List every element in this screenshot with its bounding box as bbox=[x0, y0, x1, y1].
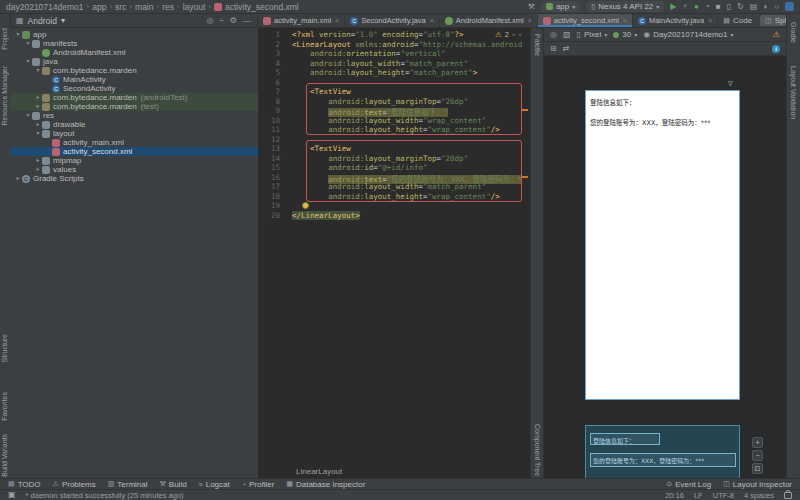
problems-button[interactable]: ⚠Problems bbox=[53, 480, 96, 489]
close-icon[interactable]: × bbox=[335, 17, 339, 24]
wrench-icon[interactable]: ⚒ bbox=[528, 2, 535, 12]
blueprint-textview-2[interactable]: 您的登陆账号为：XXX，登陆密码为：*** bbox=[590, 453, 736, 467]
hide-panel-icon[interactable]: — bbox=[243, 16, 251, 26]
tree-item-activity_second.xml[interactable]: activity_second.xml bbox=[10, 147, 258, 156]
notifications-icon[interactable]: ◗ bbox=[763, 2, 768, 12]
breadcrumb-linearlayout[interactable]: LinearLayout bbox=[296, 467, 342, 476]
design-canvas[interactable]: 登陆信息如下： 您的登陆账号为：XXX，登陆密码为：*** bbox=[585, 90, 740, 400]
tool-strip-gradle[interactable]: Gradle bbox=[790, 22, 797, 43]
breadcrumb-item[interactable]: activity_second.xml bbox=[225, 2, 299, 12]
tree-item-com.bytedance.marden[interactable]: ▸com.bytedance.marden(androidTest) bbox=[10, 93, 258, 102]
mode-code[interactable]: ▤Code bbox=[718, 15, 757, 26]
chevron-right-icon[interactable]: ▸ bbox=[34, 93, 42, 102]
theme-selector[interactable]: ◉ Day20210714demo1▾ bbox=[643, 30, 733, 39]
palette-tab[interactable]: Palette bbox=[534, 34, 541, 56]
view-options-icon[interactable]: ⊞ bbox=[550, 44, 557, 53]
device-selector-main[interactable]: ▯Nexus 4 API 22▾ bbox=[586, 1, 664, 12]
tree-item-mipmap[interactable]: ▸mipmap bbox=[10, 156, 258, 165]
tree-item-drawable[interactable]: ▸drawable bbox=[10, 120, 258, 129]
project-view-selector[interactable]: Android bbox=[28, 16, 57, 26]
tool-strip-layout-validation[interactable]: Layout Validation bbox=[790, 66, 797, 119]
tree-item-app[interactable]: ▾app bbox=[10, 30, 258, 39]
chevron-right-icon[interactable]: ▸ bbox=[34, 102, 42, 111]
tool-strip-resource-manager[interactable]: Resource Manager bbox=[1, 66, 8, 126]
layout-inspector-button[interactable]: ◫Layout Inspector bbox=[723, 480, 792, 489]
zoom-in-button[interactable]: + bbox=[752, 437, 763, 448]
sync-project-icon[interactable]: ↻ bbox=[737, 2, 744, 12]
code-line-16[interactable]: android:text="您的登陆账号为：XXX，登陆密码为：***" bbox=[292, 173, 522, 183]
code-line-5[interactable]: android:layout_height="match_parent"> bbox=[292, 68, 522, 78]
tab-activity_second.xml[interactable]: activity_second.xml× bbox=[538, 14, 633, 27]
tree-item-MainActivity[interactable]: CMainActivity bbox=[10, 75, 258, 84]
tree-item-values[interactable]: ▸values bbox=[10, 165, 258, 174]
breadcrumb-item[interactable]: day20210714demo1 bbox=[6, 2, 84, 12]
prev-warning-icon[interactable]: ˄ bbox=[512, 32, 516, 38]
run-button[interactable]: ▶ bbox=[670, 2, 676, 12]
paint-theme-icon[interactable]: ▨ bbox=[563, 30, 571, 39]
tree-item-SecondActivity[interactable]: CSecondActivity bbox=[10, 84, 258, 93]
tab-activity_main.xml[interactable]: activity_main.xml× bbox=[258, 14, 345, 27]
close-icon[interactable]: × bbox=[623, 17, 627, 24]
tab-SecondActivity.java[interactable]: CSecondActivity.java× bbox=[345, 14, 440, 27]
pan-icon[interactable]: ⇄ bbox=[563, 44, 570, 53]
device-manager-icon[interactable]: ▯ bbox=[727, 2, 731, 12]
code-editor[interactable]: 1234567891011121314151617181920 <?xml ve… bbox=[258, 28, 530, 478]
tree-item-manifests[interactable]: ▾manifests bbox=[10, 39, 258, 48]
profiler-button[interactable]: ◔ bbox=[705, 2, 710, 12]
line-ending[interactable]: LF bbox=[694, 491, 703, 500]
code-line-12[interactable] bbox=[292, 135, 522, 145]
tree-item-activity_main.xml[interactable]: activity_main.xml bbox=[10, 138, 258, 147]
next-warning-icon[interactable]: ˅ bbox=[518, 32, 522, 38]
device-selector[interactable]: ▯ Pixel▾ bbox=[577, 30, 608, 39]
debug-button[interactable]: ● bbox=[694, 2, 699, 12]
run-config-selector[interactable]: app▾ bbox=[541, 1, 580, 12]
chevron-right-icon[interactable]: ▸ bbox=[34, 165, 42, 174]
chevron-down-icon[interactable]: ▾ bbox=[24, 111, 32, 120]
render-status-icon[interactable]: i bbox=[772, 45, 780, 53]
code-line-7[interactable]: <TextView bbox=[292, 87, 522, 97]
preview-textview-2[interactable]: 您的登陆账号为：XXX，登陆密码为：*** bbox=[590, 117, 711, 127]
code-line-19[interactable] bbox=[292, 201, 522, 211]
tree-item-java[interactable]: ▾java bbox=[10, 57, 258, 66]
error-stripe-mark[interactable] bbox=[522, 109, 528, 111]
chevron-right-icon[interactable]: ▸ bbox=[34, 156, 42, 165]
code-line-14[interactable]: android:layout_marginTop="20dp" bbox=[292, 154, 522, 164]
api-selector[interactable]: 30▾ bbox=[613, 30, 637, 39]
indent-setting[interactable]: 4 spaces bbox=[744, 491, 774, 500]
tool-window-toggle-icon[interactable]: ▣ bbox=[8, 490, 16, 500]
chevron-down-icon[interactable]: ▾ bbox=[14, 30, 22, 39]
logcat-button[interactable]: ≡Logcat bbox=[199, 480, 230, 489]
tool-strip-structure[interactable]: Structure bbox=[1, 334, 8, 362]
code-line-18[interactable]: android:layout_height="wrap_content"/> bbox=[292, 192, 522, 202]
chevron-down-icon[interactable]: ▾ bbox=[24, 57, 32, 66]
code-line-8[interactable]: android:layout_marginTop="26dp" bbox=[292, 97, 522, 107]
chevron-down-icon[interactable]: ▾ bbox=[34, 66, 42, 75]
breadcrumb[interactable]: day20210714demo1›app›src›main›res›layout… bbox=[6, 2, 299, 12]
blueprint-canvas[interactable]: 登陆信息如下： 您的登陆账号为：XXX，登陆密码为：*** bbox=[585, 425, 740, 480]
database-inspector-button[interactable]: ▦Database Inspector bbox=[286, 480, 365, 489]
chevron-down-icon[interactable]: ▾ bbox=[34, 129, 42, 138]
close-icon[interactable]: × bbox=[528, 17, 532, 24]
readonly-lock-icon[interactable] bbox=[784, 492, 792, 499]
preview-textview-1[interactable]: 登陆信息如下： bbox=[590, 97, 636, 107]
event-log-button[interactable]: ⊙Event Log bbox=[666, 480, 711, 489]
code-lines[interactable]: <?xml version="1.0" encoding="utf-8"?><L… bbox=[292, 30, 522, 220]
zoom-fit-button[interactable]: ⊡ bbox=[752, 463, 763, 474]
visibility-icon[interactable]: ◎ bbox=[550, 30, 557, 39]
code-line-1[interactable]: <?xml version="1.0" encoding="utf-8"?> bbox=[292, 30, 522, 40]
tree-item-AndroidManifest.xml[interactable]: AndroidManifest.xml bbox=[10, 48, 258, 57]
search-everywhere-icon[interactable]: ○ bbox=[774, 2, 779, 12]
code-line-13[interactable]: <TextView bbox=[292, 144, 522, 154]
collapse-all-icon[interactable]: ÷ bbox=[219, 16, 223, 26]
tab-MainActivity.java[interactable]: CMainActivity.java× bbox=[633, 14, 718, 27]
tab-AndroidManifest.xml[interactable]: AndroidManifest.xml× bbox=[440, 14, 538, 27]
code-line-9[interactable]: android:text="登陆信息如下：" bbox=[292, 106, 522, 116]
tree-item-res[interactable]: ▾res bbox=[10, 111, 258, 120]
blueprint-textview-1[interactable]: 登陆信息如下： bbox=[590, 433, 660, 445]
tree-item-layout[interactable]: ▾layout bbox=[10, 129, 258, 138]
stop-button[interactable]: ■ bbox=[716, 2, 721, 12]
code-line-11[interactable]: android:layout_height="wrap_content"/> bbox=[292, 125, 522, 135]
file-encoding[interactable]: UTF-8 bbox=[713, 491, 734, 500]
breadcrumb-item[interactable]: res bbox=[162, 2, 174, 12]
apply-changes-button[interactable]: ⚡ bbox=[682, 2, 688, 12]
